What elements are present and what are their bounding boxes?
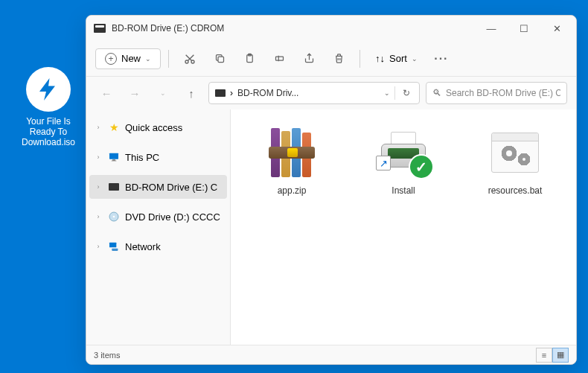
svg-rect-2 [218,57,224,63]
titlebar[interactable]: BD-ROM Drive (E:) CDROM — ☐ ✕ [86,16,576,41]
desktop-iso-file[interactable]: Your File Is Ready To Download.iso [15,67,82,147]
monitor-icon [107,150,121,164]
minimize-button[interactable]: — [475,17,508,39]
search-icon: 🔍︎ [432,88,441,98]
svg-rect-12 [112,249,118,251]
chevron-down-icon: ⌄ [412,55,418,63]
file-explorer-window: BD-ROM Drive (E:) CDROM — ☐ ✕ + New ⌄ ↑↓… [86,15,577,365]
svg-rect-8 [112,161,117,162]
navigation-bar: ← → ⌄ ↑ › BD-ROM Driv... ⌄ ↻ 🔍︎ Search B… [86,77,576,109]
more-button[interactable]: ··· [428,46,455,71]
chevron-down-icon[interactable]: ⌄ [384,89,390,97]
chevron-right-icon: › [94,213,103,220]
star-icon: ★ [107,121,121,134]
recent-dropdown[interactable]: ⌄ [152,82,174,104]
file-app-zip[interactable]: app.zip [240,118,344,202]
svg-point-0 [185,60,188,63]
batch-file-icon [491,133,539,173]
nav-bdrom-drive[interactable]: › BD-ROM Drive (E:) C [89,175,227,199]
window-title: BD-ROM Drive (E:) CDROM [112,23,475,34]
delete-button[interactable] [325,46,352,71]
paste-button[interactable] [236,46,263,71]
file-list[interactable]: app.zip ✓ ↗ Install resour [231,109,576,345]
command-bar: + New ⌄ ↑↓ Sort ⌄ ··· [86,41,576,77]
nav-quick-access[interactable]: › ★ Quick access [89,115,227,139]
printer-install-icon: ✓ ↗ [377,130,429,175]
share-button[interactable] [295,46,322,71]
chevron-right-icon: › [94,243,103,250]
disc-icon [107,210,121,223]
svg-rect-6 [109,153,118,159]
details-view-button[interactable]: ≡ [536,348,552,363]
lightning-icon [26,67,71,112]
nav-network[interactable]: › Network [89,235,227,258]
icons-view-button[interactable]: ▦ [552,348,569,363]
sort-button[interactable]: ↑↓ Sort ⌄ [368,49,425,68]
nav-this-pc[interactable]: › This PC [89,145,227,169]
file-resources-bat[interactable]: resources.bat [463,118,567,202]
file-install[interactable]: ✓ ↗ Install [351,118,456,202]
cut-button[interactable] [176,46,203,71]
item-count: 3 items [94,351,536,360]
status-bar: 3 items ≡ ▦ [86,345,576,364]
chevron-down-icon: ⌄ [145,55,151,63]
shortcut-arrow-icon: ↗ [376,156,391,170]
address-bar[interactable]: › BD-ROM Driv... ⌄ ↻ [208,82,420,104]
cdrom-icon [94,24,106,33]
navigation-pane: › ★ Quick access › This PC › BD-ROM Driv… [86,109,231,345]
maximize-button[interactable]: ☐ [508,17,540,39]
nav-dvd-drive[interactable]: › DVD Drive (D:) CCCC [89,205,227,229]
svg-rect-11 [109,243,116,248]
rename-button[interactable] [266,46,293,71]
svg-point-1 [191,60,194,63]
copy-button[interactable] [206,46,233,71]
cdrom-icon [107,180,121,194]
sort-icon: ↑↓ [375,53,385,64]
address-path: BD-ROM Driv... [237,88,380,98]
close-button[interactable]: ✕ [540,17,573,39]
forward-button[interactable]: → [124,82,146,104]
chevron-right-icon: › [94,183,103,191]
up-button[interactable]: ↑ [180,82,202,104]
zip-archive-icon [271,128,313,177]
network-icon [107,240,121,253]
svg-point-10 [113,216,115,218]
plus-icon: + [105,53,117,65]
chevron-right-icon: › [94,124,103,131]
refresh-button[interactable]: ↻ [400,88,413,98]
new-button[interactable]: + New ⌄ [95,48,161,69]
svg-rect-7 [112,159,115,160]
cdrom-icon [215,89,226,97]
search-input[interactable]: 🔍︎ Search BD-ROM Drive (E:) CD... [426,82,567,104]
desktop-icon-label: Your File Is Ready To Download.iso [15,116,82,147]
chevron-right-icon: › [94,153,103,161]
svg-rect-5 [275,57,283,60]
back-button[interactable]: ← [95,82,118,104]
